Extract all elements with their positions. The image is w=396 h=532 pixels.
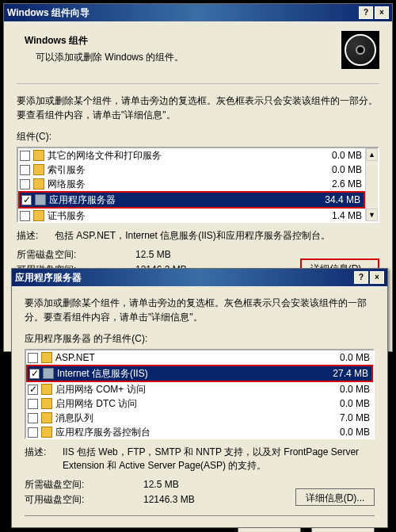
list-item[interactable]: 索引服务 0.0 MB xyxy=(18,163,365,177)
checkbox[interactable] xyxy=(20,211,30,221)
highlighted-row-wrap: ✓ 应用程序服务器 34.4 MB xyxy=(18,191,365,209)
server-icon xyxy=(43,368,54,379)
folder-icon xyxy=(33,164,44,175)
description-label: 描述: xyxy=(25,446,63,473)
item-size: 0.0 MB xyxy=(308,150,364,161)
description-text: 包括 ASP.NET，Internet 信息服务(IIS)和应用程序服务器控制台… xyxy=(55,229,379,243)
item-name: 证书服务 xyxy=(48,209,308,223)
checkbox[interactable] xyxy=(28,399,38,409)
space-required-value: 12.5 MB xyxy=(143,477,179,492)
list-item-selected[interactable]: ✓ Internet 信息服务(IIS) 27.4 MB xyxy=(28,366,371,381)
titlebar-parent[interactable]: Windows 组件向导 ? × xyxy=(4,4,392,21)
folder-icon xyxy=(41,398,52,409)
list-item[interactable]: ASP.NET 0.0 MB xyxy=(26,350,373,365)
folder-icon xyxy=(41,352,52,363)
close-button[interactable]: × xyxy=(370,271,384,284)
help-button[interactable]: ? xyxy=(359,6,373,19)
item-name: 消息队列 xyxy=(55,411,316,425)
folder-icon xyxy=(33,150,44,161)
window-title: Windows 组件向导 xyxy=(7,6,89,20)
folder-icon xyxy=(41,427,52,438)
item-name: 启用网络 COM+ 访问 xyxy=(55,383,316,396)
scroll-track[interactable] xyxy=(366,161,378,209)
checkbox[interactable] xyxy=(28,413,38,423)
application-server-dialog: 应用程序服务器 ? × 要添加或删除某个组件，请单击旁边的复选框。灰色框表示只会… xyxy=(11,268,388,528)
help-button[interactable]: ? xyxy=(354,271,368,284)
disc-icon xyxy=(341,31,379,69)
item-size: 0.0 MB xyxy=(316,352,371,363)
scroll-down-icon[interactable]: ▼ xyxy=(366,209,378,221)
list-item[interactable]: 启用网络 DTC 访问 0.0 MB xyxy=(26,396,373,411)
scroll-up-icon[interactable]: ▲ xyxy=(366,148,378,161)
cancel-button[interactable]: 取消 xyxy=(311,527,375,532)
folder-icon xyxy=(41,384,52,395)
item-size: 0.0 MB xyxy=(308,164,364,175)
separator xyxy=(25,515,375,516)
instructions: 要添加或删除某个组件，请单击旁边的复选框。灰色框表示只会安装该组件的一部分。要查… xyxy=(17,94,379,122)
item-size: 0.0 MB xyxy=(316,384,371,395)
item-size: 27.4 MB xyxy=(314,368,370,379)
components-listbox[interactable]: 其它的网络文件和打印服务 0.0 MB 索引服务 0.0 MB 网络服务 2.6… xyxy=(17,147,379,223)
close-button[interactable]: × xyxy=(375,6,389,19)
ok-button[interactable]: 确定 xyxy=(238,527,301,532)
titlebar-child[interactable]: 应用程序服务器 ? × xyxy=(12,269,387,286)
space-required-value: 12.5 MB xyxy=(135,247,171,262)
wizard-header: Windows 组件 可以添加或删除 Windows 的组件。 xyxy=(17,31,379,84)
folder-icon xyxy=(33,210,44,221)
checkbox[interactable] xyxy=(28,427,38,438)
folder-icon xyxy=(41,412,52,423)
list-item[interactable]: 网络服务 2.6 MB xyxy=(18,177,365,191)
list-item[interactable]: 其它的网络文件和打印服务 0.0 MB xyxy=(18,148,365,163)
highlighted-row-wrap: ✓ Internet 信息服务(IIS) 27.4 MB xyxy=(26,365,373,382)
item-name: 应用程序服务器 xyxy=(49,193,307,207)
scrollbar[interactable]: ▲ ▼ xyxy=(365,148,378,221)
item-size: 0.0 MB xyxy=(316,427,371,438)
item-name: 其它的网络文件和打印服务 xyxy=(48,149,308,163)
item-name: 应用程序服务器控制台 xyxy=(55,426,316,439)
checkbox[interactable] xyxy=(20,179,30,189)
details-button[interactable]: 详细信息(D)... xyxy=(295,488,375,506)
item-size: 0.0 MB xyxy=(316,398,371,409)
checkbox[interactable]: ✓ xyxy=(21,195,32,205)
list-item[interactable]: 证书服务 1.4 MB xyxy=(18,209,365,223)
checkbox[interactable] xyxy=(28,353,38,363)
list-item[interactable]: 应用程序服务器控制台 0.0 MB xyxy=(26,425,373,439)
item-size: 7.0 MB xyxy=(316,412,371,423)
header-subtitle: 可以添加或删除 Windows 的组件。 xyxy=(36,51,379,64)
components-label: 应用程序服务器 的子组件(C): xyxy=(25,332,375,346)
item-name: ASP.NET xyxy=(55,352,316,363)
space-free-value: 12146.3 MB xyxy=(143,492,195,507)
server-icon xyxy=(35,194,46,205)
description-label: 描述: xyxy=(17,229,55,243)
list-item-selected[interactable]: ✓ 应用程序服务器 34.4 MB xyxy=(20,193,364,207)
item-name: 索引服务 xyxy=(48,163,308,177)
description-text: IIS 包括 Web，FTP，SMTP 和 NNTP 支持，以及对 FrontP… xyxy=(63,446,375,473)
folder-icon xyxy=(33,178,44,189)
item-size: 34.4 MB xyxy=(307,194,362,205)
item-name: Internet 信息服务(IIS) xyxy=(57,367,314,381)
item-name: 网络服务 xyxy=(48,178,308,191)
item-size: 2.6 MB xyxy=(308,178,364,189)
item-size: 1.4 MB xyxy=(308,210,364,221)
checkbox[interactable] xyxy=(20,151,30,161)
item-name: 启用网络 DTC 访问 xyxy=(55,397,316,411)
list-item[interactable]: 消息队列 7.0 MB xyxy=(26,411,373,425)
checkbox[interactable]: ✓ xyxy=(28,385,38,395)
list-item[interactable]: ✓ 启用网络 COM+ 访问 0.0 MB xyxy=(26,382,373,396)
instructions: 要添加或删除某个组件，请单击旁边的复选框。灰色框表示只会安装该组件的一部分。要查… xyxy=(25,296,375,324)
window-title: 应用程序服务器 xyxy=(15,271,82,285)
components-label: 组件(C): xyxy=(17,130,379,144)
checkbox[interactable] xyxy=(20,165,30,175)
checkbox[interactable]: ✓ xyxy=(29,369,40,379)
header-title: Windows 组件 xyxy=(25,34,379,48)
subcomponents-listbox[interactable]: ASP.NET 0.0 MB ✓ Internet 信息服务(IIS) 27.4… xyxy=(25,349,375,439)
